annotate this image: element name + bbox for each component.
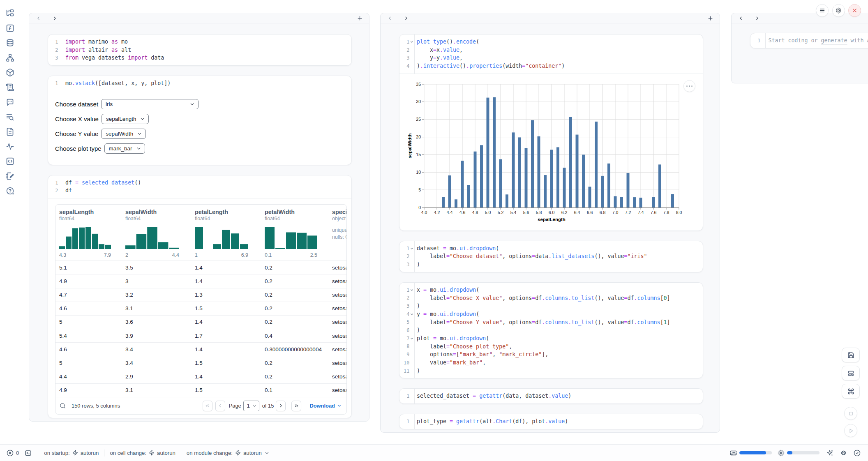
dropdown-select-choose-x-value[interactable]: sepalLength <box>102 114 149 124</box>
variables-icon[interactable] <box>2 21 17 35</box>
file-explorer-icon[interactable] <box>2 6 17 21</box>
cell-xy-dropdowns[interactable]: 1234567891011x = mo.ui.dropdown( label="… <box>399 282 703 379</box>
dropdown-select-choose-plot-type[interactable]: mark_bar <box>104 143 145 154</box>
table-row[interactable]: 5.13.51.40.2setosa <box>55 260 346 274</box>
column-left-icon[interactable] <box>737 15 744 21</box>
table-row[interactable]: 53.41.50.2setosa <box>55 356 346 369</box>
first-page-button[interactable] <box>203 401 212 411</box>
chart-menu-button[interactable] <box>683 80 695 92</box>
code-line[interactable]: label="Choose Y value", options=df.colum… <box>417 318 670 327</box>
cell-vstack[interactable]: 1mo.vstack([dataset, x, y, plot]) Choose… <box>48 76 352 165</box>
fold-icon[interactable] <box>409 40 414 44</box>
code-line[interactable]: ) <box>417 302 670 310</box>
cell-dataset-dropdown[interactable]: 123dataset = mo.ui.dropdown( label="Choo… <box>399 241 703 272</box>
column-left-icon[interactable] <box>386 15 393 21</box>
table-row[interactable]: 4.73.21.30.2setosa <box>55 288 346 302</box>
table-row[interactable]: 4.93.11.50.1setosa <box>55 383 346 397</box>
table-column-header[interactable]: sepalWidthfloat6424.4 <box>125 209 195 258</box>
code-line[interactable]: x=x.value, <box>417 46 565 54</box>
table-search-icon[interactable] <box>60 403 66 409</box>
snippets-icon[interactable] <box>2 154 17 168</box>
cell-plot[interactable]: 1234plot_type().encode( x=x.value, y=y.v… <box>399 34 703 231</box>
fold-icon[interactable] <box>409 247 414 250</box>
table-row[interactable]: 4.63.41.40.30000000000000004setosa <box>55 342 346 356</box>
code-line[interactable]: df <box>65 187 141 195</box>
copilot-icon[interactable] <box>840 449 847 456</box>
last-page-button[interactable] <box>291 401 301 411</box>
connection-status-icon[interactable] <box>854 449 861 456</box>
command-palette-button[interactable] <box>842 384 860 399</box>
column-right-icon[interactable] <box>51 15 58 21</box>
table-row[interactable]: 4.931.40.2setosa <box>55 274 346 288</box>
packages-icon[interactable] <box>2 65 17 80</box>
column-left-icon[interactable] <box>35 15 42 21</box>
layout-button[interactable] <box>842 366 860 380</box>
code-line[interactable]: selected_dataset = getattr(data, dataset… <box>417 392 571 400</box>
fold-icon[interactable] <box>409 313 414 316</box>
run-button[interactable] <box>844 424 857 437</box>
prev-page-button[interactable] <box>215 401 225 411</box>
table-row[interactable]: 4.63.11.50.2setosa <box>55 302 346 315</box>
code-line[interactable]: plot = mo.ui.dropdown( <box>417 334 670 343</box>
chat-icon[interactable] <box>2 95 17 109</box>
outline-search-icon[interactable] <box>2 109 17 124</box>
code-line[interactable]: ) <box>417 260 647 269</box>
next-page-button[interactable] <box>276 401 286 411</box>
table-row[interactable]: 4.42.91.40.2setosa <box>55 370 346 383</box>
bar-chart[interactable]: 4.04.24.44.64.85.05.25.45.65.86.06.26.46… <box>408 77 687 224</box>
code-line[interactable]: x = mo.ui.dropdown( <box>417 286 670 294</box>
code-line[interactable]: ) <box>417 326 670 334</box>
help-icon[interactable] <box>2 183 17 198</box>
dependencies-icon[interactable] <box>2 50 17 65</box>
stop-button[interactable] <box>844 407 857 420</box>
code-line[interactable]: from vega_datasets import data <box>65 54 164 62</box>
cell-plot-type[interactable]: 1plot_type = getattr(alt.Chart(df), plot… <box>399 414 703 429</box>
fold-icon[interactable] <box>409 337 414 340</box>
code-line[interactable]: ) <box>417 367 670 375</box>
documentation-icon[interactable] <box>2 124 17 139</box>
menu-button[interactable] <box>816 4 829 17</box>
cell-dataframe[interactable]: 12df = selected_dataset()df sepalLengthf… <box>48 175 352 418</box>
table-column-header[interactable]: sepalLengthfloat644.37.9 <box>59 209 125 258</box>
cell-empty[interactable]: 1 Start coding or generate with AI <box>750 33 868 48</box>
generate-link[interactable]: generate <box>821 37 847 44</box>
code-line[interactable]: import altair as alt <box>65 46 164 54</box>
ai-sparkles-icon[interactable] <box>826 449 833 456</box>
table-row[interactable]: 53.61.40.2setosa <box>55 315 346 329</box>
terminal-icon[interactable] <box>25 449 32 456</box>
cell-imports[interactable]: 123import marimo as moimport altair as a… <box>48 34 352 66</box>
table-column-header[interactable]: speciesobjectunique:nulls: 0 <box>332 209 346 258</box>
table-column-header[interactable]: petalLengthfloat6416.9 <box>195 209 265 258</box>
code-line[interactable]: y = mo.ui.dropdown( <box>417 310 670 318</box>
dropdown-select-choose-y-value[interactable]: sepalWidth <box>101 129 146 139</box>
add-column-icon[interactable] <box>356 14 363 22</box>
close-button[interactable] <box>848 4 861 17</box>
code-line[interactable]: mo.vstack([dataset, x, y, plot]) <box>65 79 171 88</box>
settings-button[interactable] <box>832 4 845 17</box>
error-indicator[interactable]: 0 <box>7 449 19 456</box>
code-line[interactable]: label="Choose dataset", options=data.lis… <box>417 252 647 260</box>
code-line[interactable]: ).interactive().properties(width="contai… <box>417 62 565 70</box>
page-select[interactable]: 1 <box>243 401 259 411</box>
tracing-icon[interactable] <box>2 139 17 154</box>
code-line[interactable]: options=["mark_bar", "mark_circle"], <box>417 350 670 359</box>
code-line[interactable]: plot_type = getattr(alt.Chart(df), plot.… <box>417 417 568 426</box>
dropdown-select-choose-dataset[interactable]: iris <box>101 99 199 109</box>
code-line[interactable]: plot_type().encode( <box>417 38 565 46</box>
table-row[interactable]: 5.43.91.70.4setosa <box>55 329 346 342</box>
runtime-config-3[interactable]: on module change:autorun <box>187 450 270 456</box>
fold-icon[interactable] <box>409 288 414 292</box>
download-button[interactable]: Download <box>309 403 342 409</box>
code-line[interactable]: label="Choose plot type", <box>417 343 670 351</box>
datasources-icon[interactable] <box>2 35 17 50</box>
runtime-config-2[interactable]: on cell change:autorun <box>110 450 175 456</box>
code-line[interactable]: df = selected_dataset() <box>65 179 141 187</box>
cell-selected-dataset[interactable]: 1selected_dataset = getattr(data, datase… <box>399 388 703 404</box>
code-line[interactable]: import marimo as mo <box>65 38 164 46</box>
code-line[interactable]: dataset = mo.ui.dropdown( <box>417 244 647 253</box>
logs-icon[interactable] <box>2 80 17 95</box>
runtime-config-1[interactable]: on startup:autorun <box>44 450 99 456</box>
add-column-icon[interactable] <box>706 14 714 22</box>
column-right-icon[interactable] <box>754 15 760 21</box>
code-line[interactable]: label="Choose X value", options=df.colum… <box>417 294 670 302</box>
